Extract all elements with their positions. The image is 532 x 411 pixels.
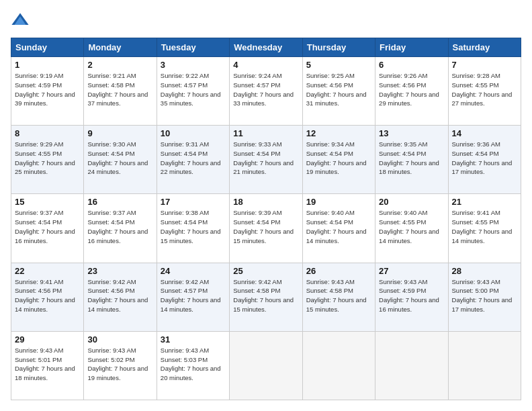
day-number: 27 (379, 266, 444, 276)
calendar-cell: 27Sunrise: 9:43 AMSunset: 4:59 PMDayligh… (375, 263, 448, 331)
day-header-friday: Friday (375, 38, 448, 57)
calendar-cell: 5Sunrise: 9:25 AMSunset: 4:56 PMDaylight… (302, 57, 375, 126)
day-info: Sunrise: 9:37 AMSunset: 4:54 PMDaylight:… (15, 208, 80, 245)
day-number: 4 (233, 60, 298, 70)
day-number: 14 (452, 128, 517, 138)
calendar-cell: 29Sunrise: 9:43 AMSunset: 5:01 PMDayligh… (11, 331, 84, 400)
day-header-monday: Monday (84, 38, 157, 57)
page: SundayMondayTuesdayWednesdayThursdayFrid… (0, 0, 532, 411)
day-number: 20 (379, 197, 444, 207)
day-number: 28 (452, 266, 517, 276)
day-info: Sunrise: 9:30 AMSunset: 4:54 PMDaylight:… (87, 140, 152, 177)
day-number: 23 (87, 266, 152, 276)
day-info: Sunrise: 9:36 AMSunset: 4:54 PMDaylight:… (452, 140, 517, 177)
day-number: 12 (306, 128, 371, 138)
calendar-cell (302, 331, 375, 400)
calendar-cell: 11Sunrise: 9:33 AMSunset: 4:54 PMDayligh… (230, 126, 302, 194)
day-info: Sunrise: 9:22 AMSunset: 4:57 PMDaylight:… (161, 71, 226, 108)
day-info: Sunrise: 9:43 AMSunset: 5:02 PMDaylight:… (87, 346, 152, 383)
day-number: 2 (87, 60, 152, 70)
day-number: 16 (87, 197, 152, 207)
day-info: Sunrise: 9:40 AMSunset: 4:54 PMDaylight:… (306, 208, 371, 245)
calendar-cell: 15Sunrise: 9:37 AMSunset: 4:54 PMDayligh… (11, 194, 84, 263)
logo-icon (11, 11, 30, 30)
day-info: Sunrise: 9:42 AMSunset: 4:58 PMDaylight:… (233, 277, 298, 314)
day-number: 18 (233, 197, 298, 207)
day-number: 9 (87, 128, 152, 138)
day-header-thursday: Thursday (302, 38, 375, 57)
week-row-4: 22Sunrise: 9:41 AMSunset: 4:56 PMDayligh… (11, 263, 521, 331)
calendar-header-row: SundayMondayTuesdayWednesdayThursdayFrid… (11, 38, 521, 57)
day-header-sunday: Sunday (11, 38, 84, 57)
week-row-1: 1Sunrise: 9:19 AMSunset: 4:59 PMDaylight… (11, 57, 521, 126)
day-info: Sunrise: 9:25 AMSunset: 4:56 PMDaylight:… (306, 71, 371, 108)
day-info: Sunrise: 9:34 AMSunset: 4:54 PMDaylight:… (306, 140, 371, 177)
day-info: Sunrise: 9:42 AMSunset: 4:57 PMDaylight:… (161, 277, 226, 314)
calendar-cell: 17Sunrise: 9:38 AMSunset: 4:54 PMDayligh… (157, 194, 229, 263)
calendar-cell: 30Sunrise: 9:43 AMSunset: 5:02 PMDayligh… (84, 331, 157, 400)
day-number: 25 (233, 266, 298, 276)
day-info: Sunrise: 9:31 AMSunset: 4:54 PMDaylight:… (161, 140, 226, 177)
day-header-saturday: Saturday (448, 38, 521, 57)
day-info: Sunrise: 9:43 AMSunset: 4:59 PMDaylight:… (379, 277, 444, 314)
calendar-cell: 13Sunrise: 9:35 AMSunset: 4:54 PMDayligh… (375, 126, 448, 194)
day-info: Sunrise: 9:43 AMSunset: 5:01 PMDaylight:… (15, 346, 80, 383)
day-info: Sunrise: 9:38 AMSunset: 4:54 PMDaylight:… (161, 208, 226, 245)
calendar: SundayMondayTuesdayWednesdayThursdayFrid… (11, 38, 521, 400)
week-row-5: 29Sunrise: 9:43 AMSunset: 5:01 PMDayligh… (11, 331, 521, 400)
calendar-cell: 1Sunrise: 9:19 AMSunset: 4:59 PMDaylight… (11, 57, 84, 126)
calendar-cell: 20Sunrise: 9:40 AMSunset: 4:55 PMDayligh… (375, 194, 448, 263)
calendar-cell: 14Sunrise: 9:36 AMSunset: 4:54 PMDayligh… (448, 126, 521, 194)
day-header-wednesday: Wednesday (230, 38, 302, 57)
calendar-cell: 7Sunrise: 9:28 AMSunset: 4:55 PMDaylight… (448, 57, 521, 126)
day-number: 8 (15, 128, 80, 138)
calendar-cell: 3Sunrise: 9:22 AMSunset: 4:57 PMDaylight… (157, 57, 229, 126)
calendar-cell: 19Sunrise: 9:40 AMSunset: 4:54 PMDayligh… (302, 194, 375, 263)
calendar-cell: 25Sunrise: 9:42 AMSunset: 4:58 PMDayligh… (230, 263, 302, 331)
calendar-cell: 9Sunrise: 9:30 AMSunset: 4:54 PMDaylight… (84, 126, 157, 194)
day-info: Sunrise: 9:42 AMSunset: 4:56 PMDaylight:… (87, 277, 152, 314)
calendar-cell: 4Sunrise: 9:24 AMSunset: 4:57 PMDaylight… (230, 57, 302, 126)
day-number: 6 (379, 60, 444, 70)
day-number: 26 (306, 266, 371, 276)
day-number: 22 (15, 266, 80, 276)
day-number: 30 (87, 334, 152, 345)
day-info: Sunrise: 9:43 AMSunset: 5:03 PMDaylight:… (161, 346, 226, 383)
calendar-cell: 2Sunrise: 9:21 AMSunset: 4:58 PMDaylight… (84, 57, 157, 126)
day-info: Sunrise: 9:29 AMSunset: 4:55 PMDaylight:… (15, 140, 80, 177)
day-info: Sunrise: 9:19 AMSunset: 4:59 PMDaylight:… (15, 71, 80, 108)
calendar-cell (375, 331, 448, 400)
day-info: Sunrise: 9:24 AMSunset: 4:57 PMDaylight:… (233, 71, 298, 108)
day-info: Sunrise: 9:43 AMSunset: 4:58 PMDaylight:… (306, 277, 371, 314)
calendar-cell (448, 331, 521, 400)
day-info: Sunrise: 9:21 AMSunset: 4:58 PMDaylight:… (87, 71, 152, 108)
day-number: 3 (161, 60, 226, 70)
day-info: Sunrise: 9:26 AMSunset: 4:56 PMDaylight:… (379, 71, 444, 108)
calendar-cell: 8Sunrise: 9:29 AMSunset: 4:55 PMDaylight… (11, 126, 84, 194)
day-number: 7 (452, 60, 517, 70)
day-number: 10 (161, 128, 226, 138)
week-row-2: 8Sunrise: 9:29 AMSunset: 4:55 PMDaylight… (11, 126, 521, 194)
day-info: Sunrise: 9:40 AMSunset: 4:55 PMDaylight:… (379, 208, 444, 245)
day-info: Sunrise: 9:37 AMSunset: 4:54 PMDaylight:… (87, 208, 152, 245)
calendar-cell: 6Sunrise: 9:26 AMSunset: 4:56 PMDaylight… (375, 57, 448, 126)
day-number: 1 (15, 60, 80, 70)
day-info: Sunrise: 9:39 AMSunset: 4:54 PMDaylight:… (233, 208, 298, 245)
logo (11, 11, 32, 30)
day-number: 11 (233, 128, 298, 138)
calendar-cell: 21Sunrise: 9:41 AMSunset: 4:55 PMDayligh… (448, 194, 521, 263)
day-number: 21 (452, 197, 517, 207)
day-number: 17 (161, 197, 226, 207)
header (11, 11, 521, 30)
day-info: Sunrise: 9:28 AMSunset: 4:55 PMDaylight:… (452, 71, 517, 108)
calendar-cell: 23Sunrise: 9:42 AMSunset: 4:56 PMDayligh… (84, 263, 157, 331)
day-number: 15 (15, 197, 80, 207)
day-info: Sunrise: 9:41 AMSunset: 4:56 PMDaylight:… (15, 277, 80, 314)
day-info: Sunrise: 9:43 AMSunset: 5:00 PMDaylight:… (452, 277, 517, 314)
day-number: 13 (379, 128, 444, 138)
day-number: 31 (161, 334, 226, 345)
week-row-3: 15Sunrise: 9:37 AMSunset: 4:54 PMDayligh… (11, 194, 521, 263)
day-info: Sunrise: 9:35 AMSunset: 4:54 PMDaylight:… (379, 140, 444, 177)
day-info: Sunrise: 9:41 AMSunset: 4:55 PMDaylight:… (452, 208, 517, 245)
calendar-cell: 22Sunrise: 9:41 AMSunset: 4:56 PMDayligh… (11, 263, 84, 331)
